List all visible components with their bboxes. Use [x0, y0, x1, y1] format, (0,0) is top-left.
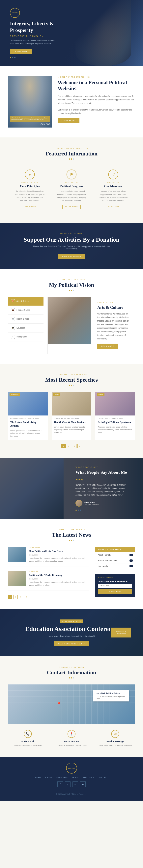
- contact-email: ✉ Send A Message contact@jackwell.com in…: [95, 730, 135, 747]
- categories-widget: Main Categories About The City 2 Politic…: [95, 547, 135, 569]
- footer-facebook-button[interactable]: f: [57, 781, 63, 787]
- vision-nav-education[interactable]: 🎓 Education: [8, 323, 44, 333]
- vision-cta-button[interactable]: Read More: [97, 344, 118, 349]
- vision-nav-health[interactable]: 🏥 Health & Jobs: [8, 315, 44, 323]
- vision-content-panel: Arts & Culture Arts & Culture Our fundam…: [91, 297, 135, 354]
- news-item-date-1: 26, 12, 2022: [29, 554, 89, 556]
- newsletter-subscribe-button[interactable]: Subscribe: [98, 589, 132, 594]
- newsletter-email-input[interactable]: [98, 584, 132, 588]
- contact-dots: [8, 677, 135, 679]
- footer-nav-about[interactable]: About: [45, 776, 52, 778]
- conference-right-badge: Education To Association: [111, 628, 131, 638]
- welcome-title: Welcome to a Personal Political Website!: [57, 80, 135, 92]
- footer-nav-speeches[interactable]: Speeches: [56, 776, 68, 778]
- speech-date-3: FRIDAY, 26 SEPTEMBER, 2022: [95, 415, 135, 420]
- news-page-3[interactable]: 3: [19, 595, 23, 599]
- news-layout: Community How Politics Affects Our Lives…: [8, 547, 135, 599]
- conference-cta-button[interactable]: Read More About Event: [54, 641, 90, 646]
- contact-section: Contact & Offices Contact Information 📍 …: [0, 656, 143, 757]
- testimonial-dots: [75, 509, 127, 511]
- map-popup: Jack Well Political Office 123 Political…: [93, 690, 129, 702]
- footer-nav-donations[interactable]: Donations: [82, 776, 94, 778]
- vision-inner: Focus On Our Vision My Political Vision …: [0, 279, 143, 354]
- speech-text-1: Lorem ipsum dolor sit amet consectetur a…: [8, 429, 48, 440]
- vision-nav-immigration[interactable]: ✈ Immigration: [8, 333, 44, 341]
- category-count-2: 3: [129, 559, 133, 562]
- news-page-1[interactable]: 1: [8, 595, 12, 599]
- speech-page-3[interactable]: 3: [72, 444, 76, 448]
- contact-call: 📞 Make a Call +1 (234) 567-890 +1 (234) …: [8, 730, 48, 747]
- news-section: Come to Our Events The Latest News Commu…: [0, 519, 143, 609]
- contact-dot-2: [71, 677, 72, 679]
- vision-image: [48, 297, 91, 344]
- featured-card-3-cta[interactable]: Learn More: [104, 205, 122, 209]
- vision-section-label: Focus On Our Vision: [8, 279, 135, 281]
- speeches-pagination: 1 2 3 4: [8, 444, 135, 448]
- featured-title: Featured Information: [12, 151, 131, 157]
- featured-icon-3: ♡: [108, 169, 118, 179]
- speech-tag-3: Politics: [97, 393, 104, 396]
- footer-nav-news[interactable]: News: [72, 776, 78, 778]
- speeches-title: Most Recent Speeches: [8, 377, 135, 383]
- featured-card-3-label: Who We Are: [98, 182, 128, 184]
- vision-content-label: Arts & Culture: [97, 302, 129, 304]
- welcome-cta-button[interactable]: Learn More: [57, 118, 79, 123]
- news-item-title-2[interactable]: Politics of the World Economy: [29, 573, 89, 577]
- hero-dot-3[interactable]: [14, 57, 16, 58]
- footer-logo-text: Jack Well: [68, 767, 75, 769]
- donation-cta-button[interactable]: Make a Donation: [58, 254, 85, 259]
- speech-page-2[interactable]: 2: [67, 444, 71, 448]
- vision-nav-arts-label: Arts & Culture: [17, 300, 29, 302]
- testimonial-dot-3[interactable]: [80, 509, 81, 511]
- testimonial-dot-2[interactable]: [78, 509, 79, 511]
- testimonial-dot-1[interactable]: [75, 509, 77, 511]
- contact-dot-3: [73, 677, 74, 679]
- featured-card-3: ♡ Who We Are Our Members Member of our t…: [95, 165, 131, 213]
- footer-nav-home[interactable]: Home: [35, 776, 41, 778]
- newsletter-title: Subscribe to Our Newsletter!: [98, 580, 132, 583]
- speech-page-4[interactable]: 4: [77, 444, 82, 448]
- vision-title: My Political Vision: [8, 282, 135, 288]
- featured-section: Quality Main Attraction Featured Informa…: [0, 137, 143, 223]
- vision-nav-finance[interactable]: 💼 Finance & Jobs: [8, 306, 44, 315]
- welcome-text-1: This should be a site centered on meanin…: [57, 94, 135, 105]
- email-icon: ✉: [111, 730, 119, 738]
- footer-copyright: © 2022 Jack Well. All Rights Reserved.: [56, 793, 87, 795]
- featured-section-label: Quality Main Attraction: [12, 147, 131, 149]
- hero-dot-1[interactable]: [10, 57, 11, 58]
- news-page-2[interactable]: 2: [13, 595, 18, 599]
- speech-page-1[interactable]: 1: [62, 444, 66, 448]
- featured-card-2-label: What We Do: [56, 182, 87, 184]
- hero-logo: Jack Well: [10, 8, 20, 18]
- vision-nav-health-label: Health & Jobs: [17, 318, 29, 320]
- speech-image-1: Fundraising: [8, 392, 48, 415]
- testimonial-label: What People Say: [75, 466, 127, 468]
- footer-twitter-button[interactable]: t: [65, 781, 71, 787]
- hero-cta-button[interactable]: Learn More: [10, 49, 32, 54]
- conference-section: Upcoming Events Education Association Co…: [0, 609, 143, 656]
- hero-dot-2[interactable]: [12, 57, 13, 58]
- speech-title-1: The Latest Fundraising Activity: [8, 420, 48, 429]
- speech-card-1: Fundraising DECEMBER 13, SEPTEMBER, 2022…: [8, 392, 48, 440]
- news-item-1: Community How Politics Affects Our Lives…: [8, 547, 89, 567]
- footer-nav-contact[interactable]: Contact: [98, 776, 108, 778]
- footer-linkedin-button[interactable]: in: [72, 781, 78, 787]
- category-item-1[interactable]: About The City 2: [95, 552, 135, 558]
- donation-content: Make a Donation Support Our Activities B…: [14, 223, 129, 269]
- testimonial-author-info: Greg Wohl Satisfied Resident: [85, 501, 99, 505]
- category-item-2[interactable]: Politics & Government 3: [95, 558, 135, 563]
- featured-card-1-title: Core Principles: [15, 185, 45, 188]
- news-item-text-1: Lorem ipsum dolor sit amet consectetur a…: [29, 557, 89, 563]
- featured-card-2-cta[interactable]: Learn More: [62, 205, 81, 209]
- news-title: The Latest News: [8, 532, 135, 538]
- news-page-4[interactable]: 4: [24, 595, 28, 599]
- featured-dot-1: [69, 158, 70, 160]
- news-dot-1: [69, 540, 70, 541]
- news-item-title-1[interactable]: How Politics Affects Our Lives: [29, 549, 89, 553]
- vision-nav-arts[interactable]: 🎨 Arts & Culture: [8, 297, 44, 306]
- category-item-3[interactable]: City Events 4: [95, 563, 135, 569]
- footer-youtube-button[interactable]: ▶: [80, 781, 86, 787]
- featured-card-1-cta[interactable]: Learn More: [21, 205, 39, 209]
- welcome-content: A Brief Introduction By Welcome to a Per…: [57, 76, 135, 123]
- testimonial-section: What People Say What People Say About Me…: [0, 458, 143, 519]
